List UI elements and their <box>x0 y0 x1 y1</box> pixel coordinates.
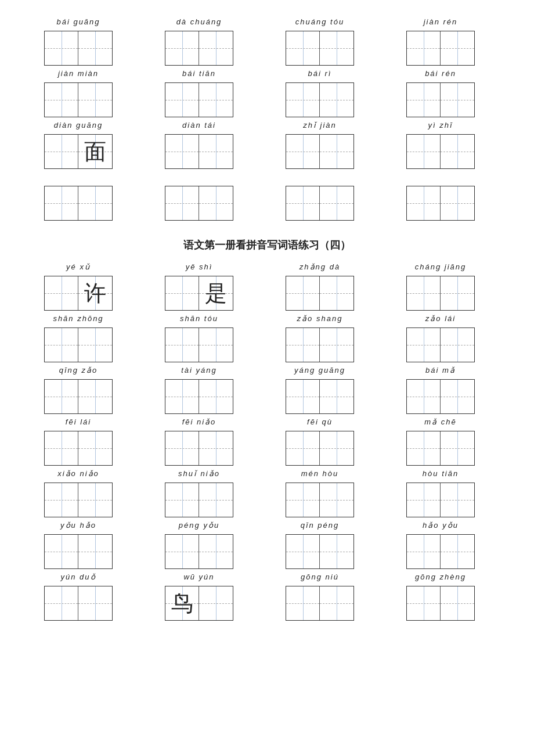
char-cell[interactable] <box>407 380 441 413</box>
char-cell[interactable] <box>199 380 233 413</box>
char-cell[interactable] <box>165 431 199 465</box>
char-cell[interactable] <box>45 431 78 465</box>
char-cell[interactable] <box>407 535 441 568</box>
char-cell[interactable] <box>78 431 112 465</box>
char-cell[interactable] <box>320 535 353 568</box>
char-cell[interactable] <box>407 586 441 620</box>
char-cell[interactable] <box>45 535 78 568</box>
char-cell[interactable] <box>407 276 441 310</box>
char-grid <box>44 82 113 117</box>
char-cell[interactable] <box>286 535 320 568</box>
char-cell[interactable] <box>286 135 320 168</box>
char-cell[interactable] <box>441 380 474 413</box>
pinyin-label: yě shì <box>186 262 213 274</box>
char-cell[interactable] <box>320 31 353 65</box>
prefilled-char: 面 <box>84 137 106 167</box>
char-cell[interactable] <box>286 31 320 65</box>
char-cell[interactable] <box>45 31 78 65</box>
char-cell[interactable] <box>199 483 233 517</box>
char-cell[interactable] <box>165 276 199 310</box>
char-cell[interactable] <box>320 135 353 168</box>
char-cell[interactable] <box>320 83 353 117</box>
char-cell[interactable]: 是 <box>199 276 233 310</box>
char-cell[interactable] <box>165 328 199 362</box>
page-container: bái guāngdà chuángchuáng tóujiàn rénjiàn… <box>23 17 511 621</box>
char-cell[interactable] <box>165 135 199 168</box>
char-cell[interactable] <box>320 186 353 220</box>
char-cell[interactable] <box>78 483 112 517</box>
char-cell[interactable] <box>441 431 474 465</box>
char-cell[interactable] <box>165 31 199 65</box>
char-cell[interactable] <box>45 483 78 517</box>
char-cell[interactable] <box>199 431 233 465</box>
char-cell[interactable] <box>45 380 78 413</box>
char-cell[interactable] <box>165 483 199 517</box>
char-cell[interactable] <box>165 535 199 568</box>
char-cell[interactable] <box>199 586 233 620</box>
char-cell[interactable] <box>407 83 441 117</box>
char-cell[interactable] <box>78 83 112 117</box>
char-cell[interactable] <box>441 586 474 620</box>
char-cell[interactable] <box>407 431 441 465</box>
char-cell[interactable] <box>45 586 78 620</box>
char-cell[interactable] <box>320 586 353 620</box>
char-cell[interactable] <box>78 586 112 620</box>
char-cell[interactable] <box>45 135 78 168</box>
grid-row: shān zhōngshān tóuzǎo shangzǎo lái <box>23 314 511 362</box>
char-cell[interactable] <box>78 535 112 568</box>
word-block: bái guāng <box>23 17 134 66</box>
char-cell[interactable] <box>45 276 78 310</box>
char-cell[interactable] <box>165 380 199 413</box>
char-cell[interactable] <box>286 431 320 465</box>
char-cell[interactable] <box>165 186 199 220</box>
char-cell[interactable] <box>407 328 441 362</box>
char-grid <box>406 379 475 414</box>
char-cell[interactable] <box>441 483 474 517</box>
char-cell[interactable] <box>45 328 78 362</box>
char-cell[interactable] <box>407 483 441 517</box>
char-cell[interactable] <box>441 328 474 362</box>
char-grid <box>406 431 475 466</box>
char-cell[interactable] <box>407 31 441 65</box>
char-cell[interactable] <box>199 135 233 168</box>
char-cell[interactable] <box>286 83 320 117</box>
char-cell[interactable] <box>199 535 233 568</box>
char-cell[interactable]: 面 <box>78 135 112 168</box>
char-cell[interactable] <box>199 31 233 65</box>
char-grid <box>406 586 475 621</box>
char-cell[interactable] <box>45 83 78 117</box>
char-cell[interactable] <box>78 380 112 413</box>
char-cell[interactable] <box>441 83 474 117</box>
char-cell[interactable] <box>45 186 78 220</box>
pinyin-label: mǎ chē <box>424 417 456 429</box>
word-block: zǎo shang <box>265 314 375 362</box>
char-cell[interactable] <box>286 186 320 220</box>
char-cell[interactable] <box>320 328 353 362</box>
char-cell[interactable] <box>407 135 441 168</box>
char-cell[interactable] <box>441 186 474 220</box>
char-cell[interactable] <box>286 380 320 413</box>
char-cell[interactable] <box>286 328 320 362</box>
char-cell[interactable] <box>78 31 112 65</box>
grid-row: diàn guāng面diàn táizhǐ jiànyì zhī <box>23 121 511 169</box>
char-cell[interactable] <box>320 431 353 465</box>
char-cell[interactable] <box>441 31 474 65</box>
char-cell[interactable]: 鸟 <box>165 586 199 620</box>
char-cell[interactable] <box>320 380 353 413</box>
char-cell[interactable] <box>78 328 112 362</box>
char-cell[interactable] <box>286 276 320 310</box>
char-cell[interactable]: 许 <box>78 276 112 310</box>
char-cell[interactable] <box>407 186 441 220</box>
char-cell[interactable] <box>320 276 353 310</box>
char-cell[interactable] <box>286 483 320 517</box>
char-cell[interactable] <box>441 535 474 568</box>
char-cell[interactable] <box>441 276 474 310</box>
char-cell[interactable] <box>165 83 199 117</box>
char-cell[interactable] <box>199 83 233 117</box>
char-cell[interactable] <box>199 328 233 362</box>
char-cell[interactable] <box>199 186 233 220</box>
char-cell[interactable] <box>78 186 112 220</box>
char-cell[interactable] <box>286 586 320 620</box>
char-cell[interactable] <box>320 483 353 517</box>
char-cell[interactable] <box>441 135 474 168</box>
